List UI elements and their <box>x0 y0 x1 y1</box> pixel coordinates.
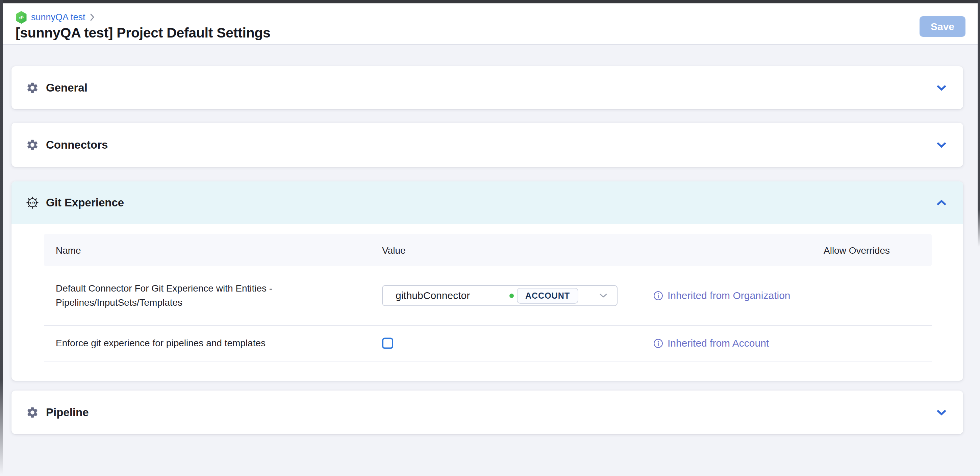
connector-select-value: githubConnector <box>396 290 470 301</box>
section-header-pipeline[interactable]: Pipeline <box>11 390 963 434</box>
window-frame-right <box>978 0 980 247</box>
section-card-git-experience: </> Git Experience Name Value Allow Over… <box>11 181 963 381</box>
info-icon <box>653 291 663 301</box>
setting-name: Enforce git experience for pipelines and… <box>56 336 266 350</box>
chevron-down-icon <box>599 293 608 298</box>
git-settings-table: Name Value Allow Overrides Default Conne… <box>44 234 932 361</box>
svg-text:</>: </> <box>29 201 36 205</box>
chevron-down-icon[interactable] <box>936 409 947 416</box>
section-label: General <box>46 81 88 94</box>
gear-icon <box>26 406 39 419</box>
column-header-value: Value <box>382 245 406 256</box>
section-label: Git Experience <box>46 196 124 209</box>
inherited-from-account-link[interactable]: Inherited from Account <box>653 337 769 349</box>
breadcrumb: ∞ sunnyQA test <box>16 11 95 24</box>
section-header-connectors[interactable]: Connectors <box>11 123 963 167</box>
column-header-allow-overrides: Allow Overrides <box>824 245 890 256</box>
window-frame-top <box>0 0 980 3</box>
section-header-git-experience[interactable]: </> Git Experience <box>11 181 963 224</box>
breadcrumb-chevron-icon <box>89 13 95 22</box>
breadcrumb-project-link[interactable]: sunnyQA test <box>31 12 86 22</box>
section-label: Connectors <box>46 139 108 151</box>
table-row: Default Connector For Git Experience wit… <box>44 266 932 326</box>
chevron-up-icon[interactable] <box>936 199 947 206</box>
gear-icon <box>26 139 39 151</box>
chevron-down-icon[interactable] <box>936 142 947 148</box>
section-card-connectors: Connectors <box>11 123 963 167</box>
info-icon <box>653 338 663 349</box>
table-header-row: Name Value Allow Overrides <box>44 234 932 266</box>
table-row: Enforce git experience for pipelines and… <box>44 326 932 361</box>
chevron-down-icon[interactable] <box>936 84 947 91</box>
save-button[interactable]: Save <box>920 16 966 37</box>
inherited-from-organization-link[interactable]: Inherited from Organization <box>653 290 791 301</box>
section-label: Pipeline <box>46 406 89 419</box>
setting-name: Default Connector For Git Experience wit… <box>56 282 272 310</box>
connector-status-dot <box>509 294 514 298</box>
section-card-pipeline: Pipeline <box>11 390 963 434</box>
section-header-general[interactable]: General <box>11 66 963 109</box>
section-card-general: General <box>11 66 963 109</box>
window-frame-left <box>0 0 3 474</box>
column-header-name: Name <box>56 245 81 256</box>
enforce-git-checkbox[interactable] <box>382 338 393 349</box>
gear-icon <box>26 81 39 94</box>
scope-badge: ACCOUNT <box>517 288 578 304</box>
project-hexagon-icon: ∞ <box>16 11 27 24</box>
page-title: [sunnyQA test] Project Default Settings <box>16 25 270 41</box>
connector-select[interactable]: githubConnector ACCOUNT <box>382 285 617 306</box>
gear-code-icon: </> <box>26 196 39 209</box>
page-header: ∞ sunnyQA test [sunnyQA test] Project De… <box>3 3 978 45</box>
